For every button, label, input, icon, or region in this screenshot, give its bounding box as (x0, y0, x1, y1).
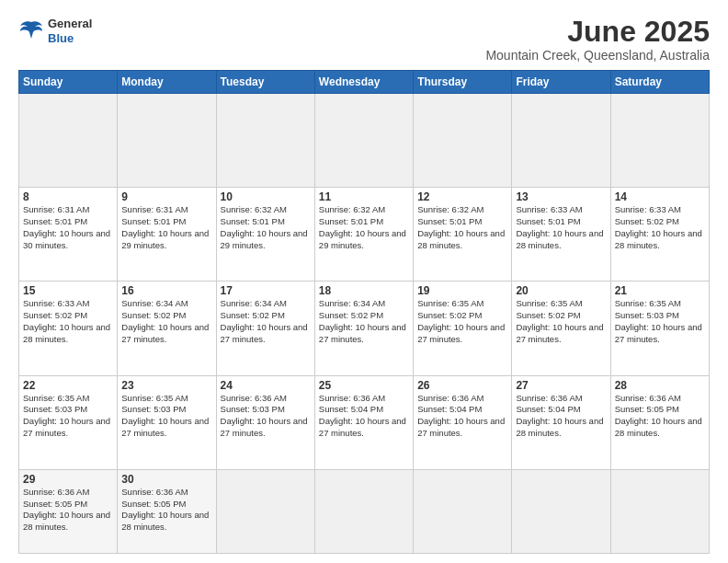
calendar-cell (512, 94, 610, 188)
day-info: Sunrise: 6:32 AM (221, 204, 311, 216)
day-info: Sunset: 5:02 PM (221, 310, 311, 322)
calendar-cell: 17Sunrise: 6:34 AMSunset: 5:02 PMDayligh… (216, 282, 314, 375)
day-info: Daylight: 10 hours and 27 minutes. (121, 322, 211, 346)
title-month: June 2025 (485, 17, 710, 46)
day-number: 29 (23, 473, 113, 486)
calendar-cell (610, 469, 709, 553)
calendar-cell: 26Sunrise: 6:36 AMSunset: 5:04 PMDayligh… (414, 375, 512, 469)
day-info: Sunset: 5:05 PM (615, 404, 705, 416)
calendar-cell: 9Sunrise: 6:31 AMSunset: 5:01 PMDaylight… (118, 188, 216, 282)
calendar-cell: 10Sunrise: 6:32 AMSunset: 5:01 PMDayligh… (216, 188, 314, 282)
day-number: 12 (417, 190, 507, 203)
calendar-cell (118, 94, 216, 188)
day-number: 23 (121, 379, 211, 392)
day-info: Daylight: 10 hours and 27 minutes. (121, 416, 211, 440)
logo-icon (18, 18, 44, 44)
day-info: Sunrise: 6:34 AM (319, 298, 409, 310)
calendar-cell: 24Sunrise: 6:36 AMSunset: 5:03 PMDayligh… (216, 375, 314, 469)
day-info: Sunrise: 6:36 AM (221, 393, 311, 405)
calendar-cell (610, 94, 709, 188)
day-info: Sunrise: 6:36 AM (121, 487, 211, 499)
day-number: 26 (417, 379, 507, 392)
logo: General Blue (18, 17, 92, 45)
day-number: 15 (23, 284, 113, 297)
day-info: Daylight: 10 hours and 28 minutes. (23, 510, 113, 534)
day-info: Daylight: 10 hours and 27 minutes. (615, 322, 705, 346)
day-info: Sunset: 5:01 PM (319, 216, 409, 228)
day-info: Sunrise: 6:36 AM (23, 487, 113, 499)
day-info: Daylight: 10 hours and 29 minutes. (221, 228, 311, 252)
calendar-cell: 15Sunrise: 6:33 AMSunset: 5:02 PMDayligh… (19, 282, 118, 375)
day-number: 24 (221, 379, 311, 392)
calendar-cell: 21Sunrise: 6:35 AMSunset: 5:03 PMDayligh… (610, 282, 709, 375)
col-thursday: Thursday (414, 71, 512, 94)
day-info: Sunset: 5:02 PM (23, 310, 113, 322)
day-info: Sunrise: 6:33 AM (23, 298, 113, 310)
day-info: Daylight: 10 hours and 28 minutes. (615, 228, 705, 252)
day-info: Sunset: 5:02 PM (417, 310, 507, 322)
day-info: Sunset: 5:04 PM (417, 404, 507, 416)
day-info: Sunrise: 6:35 AM (23, 393, 113, 405)
day-info: Daylight: 10 hours and 27 minutes. (221, 322, 311, 346)
col-wednesday: Wednesday (314, 71, 413, 94)
day-info: Sunset: 5:04 PM (319, 404, 409, 416)
calendar-cell: 8Sunrise: 6:31 AMSunset: 5:01 PMDaylight… (19, 188, 118, 282)
day-number: 16 (121, 284, 211, 297)
week-row-4: 22Sunrise: 6:35 AMSunset: 5:03 PMDayligh… (19, 375, 710, 469)
week-row-5: 29Sunrise: 6:36 AMSunset: 5:05 PMDayligh… (19, 469, 710, 553)
col-friday: Friday (512, 71, 610, 94)
day-info: Daylight: 10 hours and 27 minutes. (319, 416, 409, 440)
day-info: Sunset: 5:04 PM (516, 404, 606, 416)
day-number: 9 (121, 190, 211, 203)
calendar-cell: 13Sunrise: 6:33 AMSunset: 5:01 PMDayligh… (512, 188, 610, 282)
col-saturday: Saturday (610, 71, 709, 94)
day-info: Sunset: 5:01 PM (417, 216, 507, 228)
calendar-cell: 29Sunrise: 6:36 AMSunset: 5:05 PMDayligh… (19, 469, 118, 553)
calendar-cell: 11Sunrise: 6:32 AMSunset: 5:01 PMDayligh… (314, 188, 413, 282)
day-number: 19 (417, 284, 507, 297)
day-info: Sunset: 5:03 PM (23, 404, 113, 416)
day-info: Sunset: 5:03 PM (615, 310, 705, 322)
day-info: Sunrise: 6:35 AM (121, 393, 211, 405)
week-row-2: 8Sunrise: 6:31 AMSunset: 5:01 PMDaylight… (19, 188, 710, 282)
calendar-cell: 16Sunrise: 6:34 AMSunset: 5:02 PMDayligh… (118, 282, 216, 375)
day-number: 27 (516, 379, 606, 392)
day-info: Daylight: 10 hours and 30 minutes. (23, 228, 113, 252)
week-row-1 (19, 94, 710, 188)
calendar-cell: 20Sunrise: 6:35 AMSunset: 5:02 PMDayligh… (512, 282, 610, 375)
day-info: Daylight: 10 hours and 28 minutes. (516, 416, 606, 440)
title-location: Mountain Creek, Queensland, Australia (485, 48, 710, 63)
day-info: Sunrise: 6:35 AM (516, 298, 606, 310)
day-info: Sunrise: 6:35 AM (615, 298, 705, 310)
day-info: Daylight: 10 hours and 28 minutes. (121, 510, 211, 534)
day-info: Daylight: 10 hours and 28 minutes. (23, 322, 113, 346)
day-info: Sunset: 5:02 PM (516, 310, 606, 322)
calendar: Sunday Monday Tuesday Wednesday Thursday… (18, 70, 710, 554)
day-info: Sunset: 5:05 PM (121, 499, 211, 511)
day-info: Sunrise: 6:31 AM (23, 204, 113, 216)
day-info: Sunrise: 6:33 AM (516, 204, 606, 216)
calendar-cell (314, 469, 413, 553)
title-block: June 2025 Mountain Creek, Queensland, Au… (485, 17, 710, 63)
day-number: 22 (23, 379, 113, 392)
week-row-3: 15Sunrise: 6:33 AMSunset: 5:02 PMDayligh… (19, 282, 710, 375)
day-info: Sunrise: 6:33 AM (615, 204, 705, 216)
logo-general: General (48, 17, 92, 31)
logo-blue: Blue (48, 31, 92, 46)
day-info: Sunset: 5:03 PM (121, 404, 211, 416)
day-number: 21 (615, 284, 705, 297)
day-number: 30 (121, 473, 211, 486)
calendar-cell: 19Sunrise: 6:35 AMSunset: 5:02 PMDayligh… (414, 282, 512, 375)
calendar-cell: 22Sunrise: 6:35 AMSunset: 5:03 PMDayligh… (19, 375, 118, 469)
calendar-cell (512, 469, 610, 553)
day-number: 8 (23, 190, 113, 203)
day-info: Daylight: 10 hours and 27 minutes. (417, 416, 507, 440)
day-number: 18 (319, 284, 409, 297)
header: General Blue June 2025 Mountain Creek, Q… (18, 17, 710, 63)
page: General Blue June 2025 Mountain Creek, Q… (0, 0, 728, 563)
day-info: Sunset: 5:01 PM (23, 216, 113, 228)
col-sunday: Sunday (19, 71, 118, 94)
day-info: Sunset: 5:02 PM (121, 310, 211, 322)
day-info: Daylight: 10 hours and 28 minutes. (516, 228, 606, 252)
day-info: Daylight: 10 hours and 27 minutes. (319, 322, 409, 346)
